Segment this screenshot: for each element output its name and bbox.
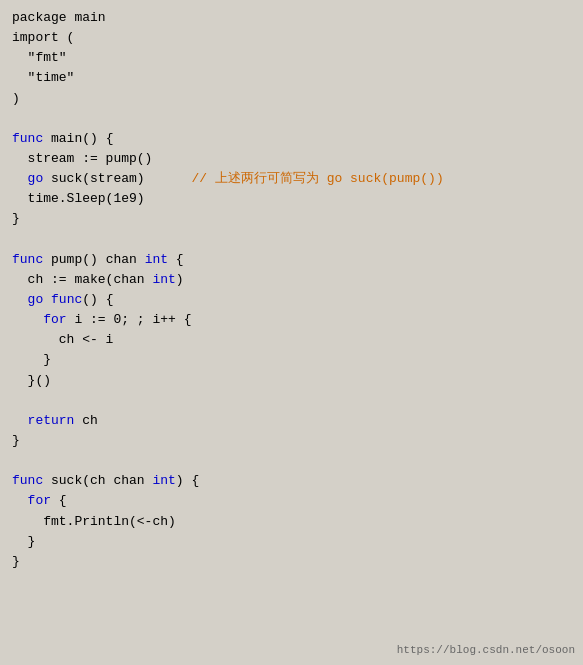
code-line: func main() { bbox=[12, 129, 571, 149]
text: ) { bbox=[176, 473, 199, 488]
keyword-func: func bbox=[12, 131, 43, 146]
text bbox=[43, 292, 51, 307]
keyword-func: func bbox=[12, 252, 43, 267]
code-line: return ch bbox=[12, 411, 571, 431]
code-line: package main bbox=[12, 8, 571, 28]
text: () { bbox=[82, 292, 113, 307]
text: { bbox=[51, 493, 67, 508]
text bbox=[12, 413, 28, 428]
comment: // 上述两行可简写为 go suck(pump()) bbox=[191, 171, 443, 186]
code-line: "fmt" bbox=[12, 48, 571, 68]
text: pump() chan bbox=[43, 252, 144, 267]
code-line: ch := make(chan int) bbox=[12, 270, 571, 290]
code-line: go suck(stream) // 上述两行可简写为 go suck(pump… bbox=[12, 169, 571, 189]
code-line: time.Sleep(1e9) bbox=[12, 189, 571, 209]
code-line: } bbox=[12, 552, 571, 572]
code-line: stream := pump() bbox=[12, 149, 571, 169]
code-line-empty bbox=[12, 451, 571, 471]
code-line: for { bbox=[12, 491, 571, 511]
text bbox=[12, 171, 28, 186]
text: fmt.Println(<-ch) bbox=[12, 514, 176, 529]
text: ) bbox=[176, 272, 184, 287]
text: stream := pump() bbox=[12, 151, 152, 166]
text: } bbox=[12, 211, 20, 226]
code-line: fmt.Println(<-ch) bbox=[12, 512, 571, 532]
text: import ( bbox=[12, 30, 74, 45]
text: "time" bbox=[12, 70, 74, 85]
keyword-for: for bbox=[43, 312, 66, 327]
text: ) bbox=[12, 91, 20, 106]
text: }() bbox=[12, 373, 51, 388]
text bbox=[12, 493, 28, 508]
text: time.Sleep(1e9) bbox=[12, 191, 145, 206]
keyword-for: for bbox=[28, 493, 51, 508]
code-line-empty bbox=[12, 109, 571, 129]
text bbox=[12, 292, 28, 307]
code-line: go func() { bbox=[12, 290, 571, 310]
code-line-empty bbox=[12, 230, 571, 250]
text: } bbox=[12, 534, 35, 549]
code-line: } bbox=[12, 350, 571, 370]
text: ch := make(chan bbox=[12, 272, 152, 287]
text bbox=[12, 312, 43, 327]
text: ch bbox=[74, 413, 97, 428]
text: package main bbox=[12, 10, 106, 25]
text: { bbox=[168, 252, 184, 267]
keyword-int: int bbox=[152, 473, 175, 488]
text: i := 0; ; i++ { bbox=[67, 312, 192, 327]
text: suck(ch chan bbox=[43, 473, 152, 488]
code-line: } bbox=[12, 532, 571, 552]
code-line-empty bbox=[12, 391, 571, 411]
text: "fmt" bbox=[12, 50, 67, 65]
keyword-func: func bbox=[12, 473, 43, 488]
text: ch <- i bbox=[12, 332, 113, 347]
keyword-go: go bbox=[28, 171, 44, 186]
text: suck(stream) bbox=[43, 171, 191, 186]
keyword-go: go bbox=[28, 292, 44, 307]
text: } bbox=[12, 352, 51, 367]
keyword-int: int bbox=[145, 252, 168, 267]
code-line: } bbox=[12, 431, 571, 451]
watermark: https://blog.csdn.net/osoon bbox=[397, 642, 575, 659]
text: main() { bbox=[43, 131, 113, 146]
code-line: func pump() chan int { bbox=[12, 250, 571, 270]
keyword-func: func bbox=[51, 292, 82, 307]
keyword-int: int bbox=[152, 272, 175, 287]
text: } bbox=[12, 433, 20, 448]
code-line: ch <- i bbox=[12, 330, 571, 350]
code-line: }() bbox=[12, 371, 571, 391]
code-line: func suck(ch chan int) { bbox=[12, 471, 571, 491]
keyword-return: return bbox=[28, 413, 75, 428]
code-line: } bbox=[12, 209, 571, 229]
code-line: import ( bbox=[12, 28, 571, 48]
code-line: "time" bbox=[12, 68, 571, 88]
code-line: for i := 0; ; i++ { bbox=[12, 310, 571, 330]
code-container: package main import ( "fmt" "time" ) fun… bbox=[0, 0, 583, 665]
text: } bbox=[12, 554, 20, 569]
code-line: ) bbox=[12, 89, 571, 109]
